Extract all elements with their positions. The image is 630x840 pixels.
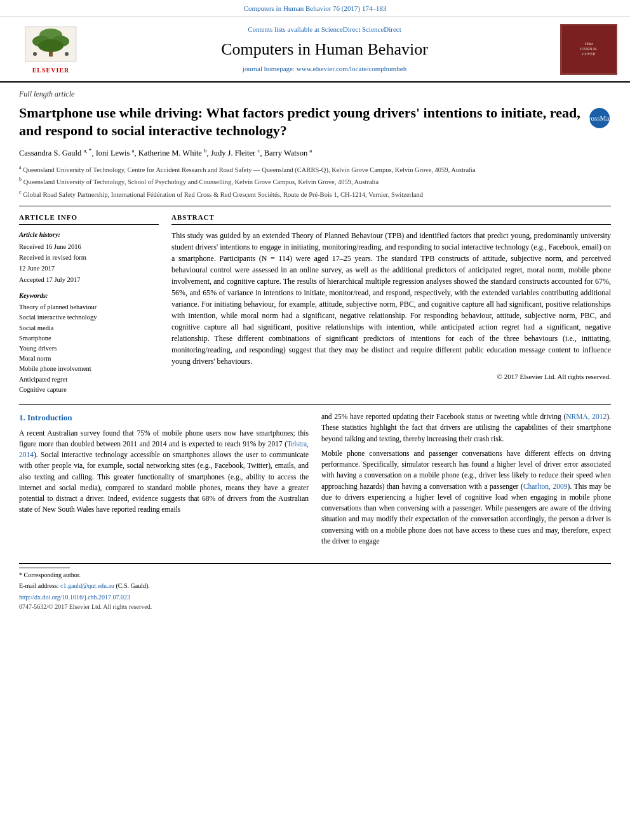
abstract-heading: ABSTRACT [171,213,611,225]
svg-point-6 [33,52,37,56]
journal-ref-text: Computers in Human Behavior 76 (2017) 17… [244,4,387,12]
section-divider-2 [19,404,611,405]
thumbnail-text: CHatJOURNALCOVER [580,42,597,57]
article-title-section: CrossMark Smartphone use while driving: … [19,104,611,140]
author-4: Judy J. Fleiter c [211,149,260,157]
author-5: Barry Watson a [264,149,312,157]
email-footnote: E-mail address: c1.gauld@qut.edu.au (C.S… [19,582,611,591]
body-column-right: and 25% have reported updating their Fac… [321,411,611,550]
info-abstract-section: ARTICLE INFO Article history: Received 1… [19,213,611,395]
keyword-2: Social interactive technology [19,312,159,322]
author-1: Cassandra S. Gauld a, * [19,149,91,157]
sciencedirect-text: Contents lists available at ScienceDirec… [89,25,560,35]
journal-center: Contents lists available at ScienceDirec… [89,25,560,74]
svg-text:CrossMark: CrossMark [588,114,611,122]
body-section: 1. Introduction A recent Australian surv… [19,411,611,550]
authors-line: Cassandra S. Gauld a, *, Ioni Lewis a, K… [19,147,611,159]
elsevier-tree-icon [22,23,79,65]
crossmark-icon: CrossMark [588,107,611,130]
doi-line: http://dx.doi.org/10.1016/j.chb.2017.07.… [19,593,611,603]
author-2: Ioni Lewis a [96,149,135,157]
author-3: Katherine M. White b [138,149,207,157]
elsevier-label: ELSEVIER [32,66,70,76]
keyword-9: Cognitive capture [19,385,159,394]
email-link[interactable]: c1.gauld@qut.edu.au [60,582,114,589]
section-divider-1 [19,206,611,206]
keywords-label: Keywords: [19,291,159,300]
elsevier-logo: ELSEVIER [13,23,89,76]
keyword-5: Young drivers [19,343,159,353]
corresponding-author-note: * Corresponding author. [19,571,611,580]
article-content: Full length article CrossMark Smartphone… [0,83,630,624]
homepage-link[interactable]: www.elsevier.com/locate/comphumbeh [297,65,406,72]
journal-reference: Computers in Human Behavior 76 (2017) 17… [0,0,630,17]
keyword-4: Smartphone [19,333,159,343]
affil-a: a Queensland University of Technology, C… [19,164,611,175]
sciencedirect-link[interactable]: ScienceDirect [362,25,401,33]
issn-line: 0747-5632/© 2017 Elsevier Ltd. All right… [19,603,611,612]
doi-link[interactable]: http://dx.doi.org/10.1016/j.chb.2017.07.… [19,594,130,601]
keyword-6: Moral norm [19,354,159,363]
abstract-text: This study was guided by an extended The… [171,230,611,367]
revised-label: Received in revised form [19,253,159,262]
nrma-link[interactable]: NRMA, 2012 [566,413,607,420]
footnote-divider [19,568,70,568]
svg-point-4 [38,39,64,52]
affil-c: c Global Road Safety Partnership, Intern… [19,189,611,199]
copyright-text: © 2017 Elsevier Ltd. All rights reserved… [171,372,611,382]
abstract-column: ABSTRACT This study was guided by an ext… [171,213,611,395]
affiliations: a Queensland University of Technology, C… [19,164,611,199]
keywords-section: Keywords: Theory of planned behaviour So… [19,291,159,394]
crossmark-badge: CrossMark [588,107,611,133]
svg-point-7 [65,52,69,56]
journal-title: Computers in Human Behavior [89,37,560,62]
received-date: Received 16 June 2016 [19,242,159,251]
charlton-link[interactable]: Charlton, 2009 [523,483,568,490]
svg-rect-5 [49,51,53,57]
intro-para-1: A recent Australian survey found that 75… [19,428,309,516]
article-type: Full length article [19,89,611,100]
keyword-8: Anticipated regret [19,375,159,384]
keyword-7: Mobile phone involvement [19,364,159,373]
journal-homepage: journal homepage: www.elsevier.com/locat… [89,64,560,74]
history-label: Article history: [19,230,159,239]
article-title: Smartphone use while driving: What facto… [19,104,611,140]
revised-date: 12 June 2017 [19,263,159,273]
affil-b: b Queensland University of Technology, S… [19,176,611,187]
article-info-column: ARTICLE INFO Article history: Received 1… [19,213,159,395]
keyword-1: Theory of planned behaviour [19,302,159,312]
intro-para-3: Mobile phone conversations and passenger… [321,448,611,547]
body-column-left: 1. Introduction A recent Australian surv… [19,411,309,550]
keyword-3: Social media [19,323,159,333]
section-1-heading: 1. Introduction [19,411,309,424]
telstra-link[interactable]: Telstra, 2014 [19,440,309,458]
article-info-heading: ARTICLE INFO [19,213,159,225]
accepted-date: Accepted 17 July 2017 [19,275,159,284]
journal-thumbnail: CHatJOURNALCOVER [560,24,617,75]
intro-para-2: and 25% have reported updating their Fac… [321,411,611,444]
journal-header: ELSEVIER Contents lists available at Sci… [0,17,630,83]
footnote-section: * Corresponding author. E-mail address: … [19,563,611,611]
